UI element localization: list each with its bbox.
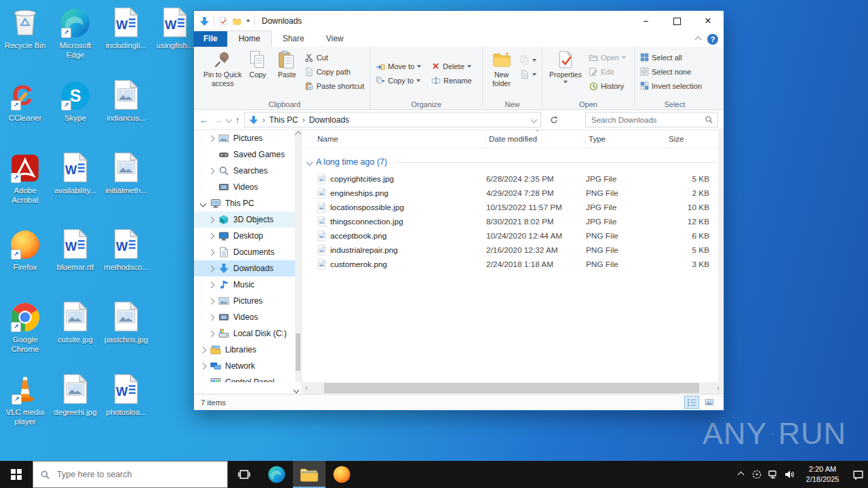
cut-button[interactable]: Cut [302,50,367,64]
paste-shortcut-button[interactable]: Paste shortcut [302,79,367,93]
nav-item-documents[interactable]: Documents [194,244,301,260]
nav-item-videos[interactable]: Videos [194,179,301,195]
properties-quick-icon[interactable] [218,16,228,26]
address-dropdown-icon[interactable] [531,117,538,123]
desktop-icon-skype[interactable]: ↗ Skype [50,78,100,123]
tab-file[interactable]: File [194,31,227,47]
file-row-acceptbook[interactable]: acceptbook.png 10/24/2020 12:44 AM PNG F… [302,228,724,243]
properties-button[interactable]: Properties [545,49,586,85]
new-item-button[interactable] [517,53,539,67]
details-view-button[interactable] [684,396,699,409]
taskbar-search-input[interactable] [56,469,220,480]
chevron-down-icon[interactable] [200,200,207,207]
chevron-right-icon[interactable] [208,216,215,223]
desktop-icon-vlc[interactable]: ↗ VLC media player [0,372,50,426]
column-header-size[interactable]: Size [666,133,713,145]
nav-item-pictures-pc[interactable]: Pictures [194,293,301,309]
horizontal-scrollbar-thumb[interactable] [324,383,699,393]
group-header[interactable]: A long time ago (7) [302,152,724,171]
new-folder-button[interactable]: New folder [486,49,517,89]
scroll-right-icon[interactable]: › [713,384,724,392]
tab-share[interactable]: Share [272,31,315,47]
search-downloads-input[interactable] [590,115,705,125]
scroll-up-icon[interactable] [294,131,302,138]
nav-item-pictures[interactable]: Pictures [194,130,301,146]
nav-scroll-down-icon[interactable] [294,388,299,393]
customize-toolbar-dropdown-icon[interactable] [246,20,250,22]
desktop-icon-indiancus[interactable]: indiancus... [101,78,151,123]
select-all-button[interactable]: Select all [637,50,705,64]
nav-scrollbar[interactable] [295,130,301,382]
file-row-customerok[interactable]: customerok.png 2/24/2018 1:18 AM PNG Fil… [302,257,724,271]
start-button[interactable] [0,461,33,488]
scroll-left-icon[interactable]: ‹ [301,384,312,392]
chevron-right-icon[interactable] [200,346,207,353]
tray-volume-icon[interactable] [781,469,797,480]
tray-agent-icon[interactable] [749,469,765,480]
nav-item-saved-games[interactable]: Saved Games [194,146,301,163]
column-header-name[interactable]: Name [302,133,486,145]
nav-item-music[interactable]: Music [194,277,301,293]
nav-item-local-disk-c[interactable]: Local Disk (C:) [194,325,301,342]
move-to-button[interactable]: Move to [373,59,429,73]
chevron-right-icon[interactable] [208,330,215,337]
desktop-icon-methodsco[interactable]: methodsco... [101,227,151,272]
nav-item-libraries[interactable]: Libraries [194,342,301,358]
group-collapse-icon[interactable] [307,159,313,165]
nav-item-videos-pc[interactable]: Videos [194,309,301,325]
forward-button[interactable]: → [213,115,222,125]
chevron-right-icon[interactable] [208,232,215,239]
history-button[interactable]: History [586,79,629,93]
file-row-copyrightcities[interactable]: copyrightcities.jpg 6/28/2024 2:35 PM JP… [302,171,724,186]
nav-item-3d-objects[interactable]: 3D Objects [194,211,301,228]
invert-selection-button[interactable]: Invert selection [637,79,705,93]
breadcrumb[interactable]: › This PC › Downloads [244,112,541,127]
taskbar-edge-button[interactable] [260,461,293,488]
back-button[interactable]: ← [199,115,209,125]
recent-locations-dropdown-icon[interactable] [226,117,233,123]
nav-item-this-pc[interactable]: This PC [194,195,301,211]
desktop-icon-initialmeth[interactable]: initialmeth... [101,150,151,195]
desktop-icon-microsoft-edge[interactable]: ↗ Microsoft Edge [50,5,100,60]
breadcrumb-this-pc[interactable]: This PC [269,115,298,125]
desktop-icon-pastchris[interactable]: pastchris.jpg [101,300,151,344]
refresh-button[interactable] [545,111,563,128]
file-row-industrialrepair[interactable]: industrialrepair.png 2/16/2020 12:32 AM … [302,243,724,257]
title-bar[interactable]: Downloads − × [194,11,724,31]
copy-path-button[interactable]: Copy path [302,64,367,79]
delete-button[interactable]: Delete [429,59,479,73]
chevron-right-icon[interactable] [200,363,207,369]
file-row-engineships[interactable]: engineships.png 4/29/2024 7:28 PM PNG Fi… [302,186,724,200]
action-center-button[interactable] [848,469,868,481]
tab-view[interactable]: View [315,31,355,47]
chevron-right-icon[interactable] [208,265,215,272]
new-folder-quick-icon[interactable] [232,17,242,26]
desktop-icon-google-chrome[interactable]: ↗ Google Chrome [0,300,50,354]
tray-network-icon[interactable] [765,469,781,480]
nav-item-searches[interactable]: Searches [194,163,301,179]
copy-to-button[interactable]: Copy to [373,73,429,87]
desktop-icon-usingfish[interactable]: usingfish... [150,5,200,50]
chevron-right-icon[interactable] [208,281,215,288]
chevron-right-icon[interactable] [208,167,215,174]
desktop-icon-cutsite[interactable]: cutsite.jpg [50,300,100,344]
thumbnail-view-button[interactable] [702,396,717,409]
task-view-button[interactable] [228,461,260,488]
up-button[interactable]: ↑ [235,115,240,125]
desktop-icon-firefox[interactable]: ↗ Firefox [0,227,50,272]
tab-home[interactable]: Home [227,30,272,47]
open-button[interactable]: Open [586,50,629,64]
search-icon[interactable] [705,115,713,124]
desktop-icon-bluemar[interactable]: bluemar.rtf [50,227,100,272]
taskbar-clock[interactable]: 2:20 AM 2/18/2025 [802,464,844,485]
desktop-icon-photosloa[interactable]: photosloa... [101,372,151,417]
chevron-right-icon[interactable] [208,298,215,304]
select-none-button[interactable]: Select none [637,64,705,79]
desktop-icon-recycle-bin[interactable]: Recycle Bin [0,5,50,50]
taskbar-explorer-button[interactable] [293,461,326,488]
minimize-button[interactable]: − [630,12,661,31]
tray-chevron-up-icon[interactable] [732,472,749,477]
search-box[interactable] [585,112,718,127]
breadcrumb-downloads[interactable]: Downloads [309,115,349,125]
column-header-type[interactable]: Type [586,133,666,145]
